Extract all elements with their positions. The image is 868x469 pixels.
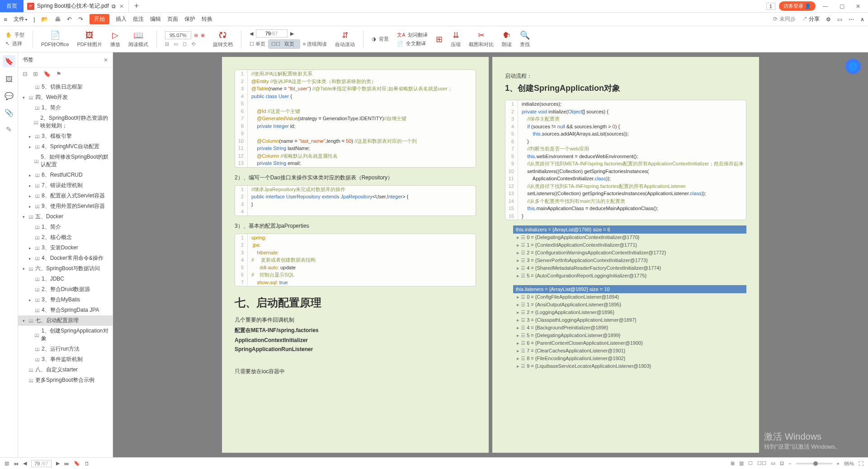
print-icon[interactable]: 🖶 bbox=[55, 16, 61, 23]
double-page-toggle[interactable]: ☐☐ 双页 bbox=[268, 39, 300, 49]
crop-compare[interactable]: ✂截图和对比 bbox=[469, 30, 494, 48]
new-tab-button[interactable]: + bbox=[129, 1, 145, 11]
share-button[interactable]: ↗ 分享 bbox=[802, 15, 820, 23]
bookmark-item[interactable]: ▸🕮3、安装Docker bbox=[18, 243, 113, 253]
minimize-icon[interactable]: — bbox=[819, 3, 832, 9]
bookmark-item[interactable]: 🕮2、核心概念 bbox=[18, 232, 113, 243]
sb-view6-icon[interactable]: ⊡ bbox=[780, 460, 784, 466]
settings-icon[interactable]: ⚙ bbox=[826, 16, 831, 23]
menu-annotate[interactable]: 批注 bbox=[133, 15, 144, 23]
zoom-in-icon[interactable]: ⊕ bbox=[201, 33, 205, 38]
bm-tool-expand-icon[interactable]: ⊞ bbox=[33, 70, 38, 77]
pdf-to-image[interactable]: 🖼PDF转图片 bbox=[77, 31, 102, 48]
home-button[interactable]: 首页 bbox=[0, 0, 24, 12]
full-translate[interactable]: 📄 全文翻译 bbox=[397, 40, 428, 47]
tab-popout-icon[interactable]: ⧉ bbox=[112, 3, 116, 9]
bookmark-item[interactable]: 🕮更多SpringBoot整合示例 bbox=[18, 375, 113, 385]
rotate-button[interactable]: 🗘旋转文档 bbox=[213, 31, 233, 48]
sb-last-page-icon[interactable]: ⏭ bbox=[64, 461, 69, 466]
pdf-to-office[interactable]: 📄PDF转Office bbox=[41, 30, 69, 48]
menu-insert[interactable]: 插入 bbox=[116, 15, 127, 23]
bookmark-item[interactable]: ▸🕮9、使用外置的Servlet容器 bbox=[18, 201, 113, 211]
min-ribbon-icon[interactable]: ▭ bbox=[837, 16, 842, 23]
find-button[interactable]: 🔍查找 bbox=[520, 30, 530, 48]
page-input[interactable]: 79/87 bbox=[256, 29, 288, 38]
sb-page-input[interactable]: 79 /87 bbox=[31, 460, 52, 467]
sb-zoom-out-icon[interactable]: − bbox=[788, 461, 791, 466]
bookmark-item[interactable]: 🕮1、创建SpringApplication对象 bbox=[18, 326, 113, 344]
single-page[interactable]: ☐ 单页 bbox=[250, 41, 265, 47]
redo-icon[interactable]: ↷ bbox=[78, 16, 83, 23]
read-aloud[interactable]: 🗣朗读 bbox=[502, 31, 512, 48]
bookmark-item[interactable]: 🕮1、简介 bbox=[18, 103, 113, 113]
sb-next-page-icon[interactable]: ▶ bbox=[56, 460, 60, 466]
actual-size-icon[interactable]: ◻ bbox=[183, 41, 187, 47]
sb-view1-icon[interactable]: ⊞ bbox=[731, 460, 735, 466]
bookmark-item[interactable]: 🕮3、事件监听机制 bbox=[18, 354, 113, 365]
auto-scroll[interactable]: ⇵自动滚动 bbox=[335, 30, 355, 48]
bookmark-item[interactable]: ▾🕮四、Web开发 bbox=[18, 92, 113, 103]
more-icon[interactable]: ⋯ bbox=[849, 16, 854, 23]
thumbnail-icon[interactable]: 🖼 bbox=[5, 75, 13, 84]
tools-icon[interactable]: ✎ bbox=[6, 125, 12, 134]
bm-tool-add-icon[interactable]: 🔖 bbox=[43, 70, 51, 77]
close-icon[interactable]: ✕ bbox=[118, 3, 125, 9]
sb-note-icon[interactable]: 🗒 bbox=[85, 461, 90, 466]
bookmark-item[interactable]: ▾🕮七、启动配置原理 bbox=[18, 315, 113, 326]
sb-panel-icon[interactable]: ▥ bbox=[5, 460, 9, 466]
compress-button[interactable]: ⇊压缩 bbox=[451, 30, 461, 48]
bookmark-item[interactable]: 🕮八、自定义starter bbox=[18, 365, 113, 375]
menu-file[interactable]: 文件 bbox=[14, 15, 27, 23]
ocr-button[interactable]: ⊞ bbox=[436, 34, 443, 44]
close-window-icon[interactable]: ✕ bbox=[852, 3, 864, 9]
login-button[interactable]: 访客登录 👤 bbox=[779, 1, 816, 11]
undo-icon[interactable]: ↶ bbox=[67, 16, 72, 23]
bookmark-item[interactable]: 🕮5、如何修改SpringBoot的默认配置 bbox=[18, 152, 113, 170]
open-icon[interactable]: 📂 bbox=[41, 16, 48, 23]
bookmark-item[interactable]: 🕮1、简介 bbox=[18, 222, 113, 232]
document-viewport[interactable]: 1//使用JPA注解配置映射关系2@Entity //告诉JPA这是一个实体类（… bbox=[113, 52, 868, 457]
sb-view4-icon[interactable]: ☐☐ bbox=[757, 460, 766, 466]
sb-view2-icon[interactable]: ▥ bbox=[739, 460, 744, 466]
bookmark-item[interactable]: 🕮2、SpringBoot对静态资源的映射规则； bbox=[18, 113, 113, 131]
hand-tool[interactable]: ✋ 手型 bbox=[5, 32, 24, 38]
attachment-icon[interactable]: 📎 bbox=[5, 108, 14, 117]
play-button[interactable]: ▷播放 bbox=[110, 30, 120, 48]
bookmark-item[interactable]: 🕮2、运行run方法 bbox=[18, 344, 113, 354]
bm-tool-collapse-icon[interactable]: ⊟ bbox=[23, 70, 28, 77]
bookmark-item[interactable]: ▸🕮6、RestfulCRUD bbox=[18, 170, 113, 180]
sb-view5-icon[interactable]: ▭ bbox=[771, 460, 775, 466]
zoom-input[interactable]: 95.07% bbox=[165, 31, 191, 39]
close-panel-icon[interactable]: ✕ bbox=[104, 57, 108, 63]
word-translate[interactable]: 文A 划词翻译 bbox=[397, 32, 428, 38]
bookmark-item[interactable]: ▸🕮3、整合MyBatis bbox=[18, 295, 113, 305]
bookmark-item[interactable]: ▾🕮五、Docker bbox=[18, 211, 113, 222]
bookmark-item[interactable]: ▾🕮六、SpringBoot与数据访问 bbox=[18, 263, 113, 274]
fit-page-icon[interactable]: ▭ bbox=[174, 41, 178, 47]
menu-protect[interactable]: 保护 bbox=[184, 15, 195, 23]
zoom-out-icon[interactable]: ⊖ bbox=[194, 33, 198, 38]
menu-start[interactable]: 开始 bbox=[90, 14, 109, 24]
sb-zoom-in-icon[interactable]: + bbox=[837, 461, 840, 466]
menu-page[interactable]: 页面 bbox=[167, 15, 178, 23]
menu-edit[interactable]: 编辑 bbox=[150, 15, 161, 23]
bookmark-item[interactable]: ▸🕮7、错误处理机制 bbox=[18, 180, 113, 191]
document-tab[interactable]: P Spring Boot核心技术-笔记.pdf ⧉ ✕ bbox=[24, 0, 129, 12]
read-mode[interactable]: 📖阅读模式 bbox=[128, 30, 148, 48]
background-tool[interactable]: ◑ 背景 bbox=[372, 36, 389, 42]
window-count[interactable]: 1 bbox=[766, 3, 775, 10]
bm-tool-flag-icon[interactable]: ⚑ bbox=[56, 70, 61, 77]
fit-width-icon[interactable]: ⊟ bbox=[165, 41, 169, 47]
loop-icon[interactable]: ⟲ bbox=[191, 41, 195, 47]
sb-prev-page-icon[interactable]: ◀ bbox=[23, 460, 27, 466]
menu-convert[interactable]: 转换 bbox=[202, 15, 212, 23]
sb-fullscreen-icon[interactable]: ⛶ bbox=[859, 461, 863, 466]
sb-zoom-value[interactable]: 95% bbox=[844, 461, 854, 466]
bookmark-item[interactable]: ▸🕮3、模板引擎 bbox=[18, 131, 113, 141]
bookmark-item[interactable]: 🕮4、整合SpringData JPA bbox=[18, 305, 113, 315]
bookmark-item[interactable]: ▸🕮4、SpringMVC自动配置 bbox=[18, 141, 113, 152]
maximize-icon[interactable]: ▢ bbox=[835, 3, 848, 9]
bookmark-item[interactable]: ▸🕮8、配置嵌入式Servlet容器 bbox=[18, 191, 113, 201]
expand-icon[interactable]: ∧ bbox=[860, 16, 864, 23]
select-tool[interactable]: ↖ 选择 bbox=[5, 40, 24, 47]
